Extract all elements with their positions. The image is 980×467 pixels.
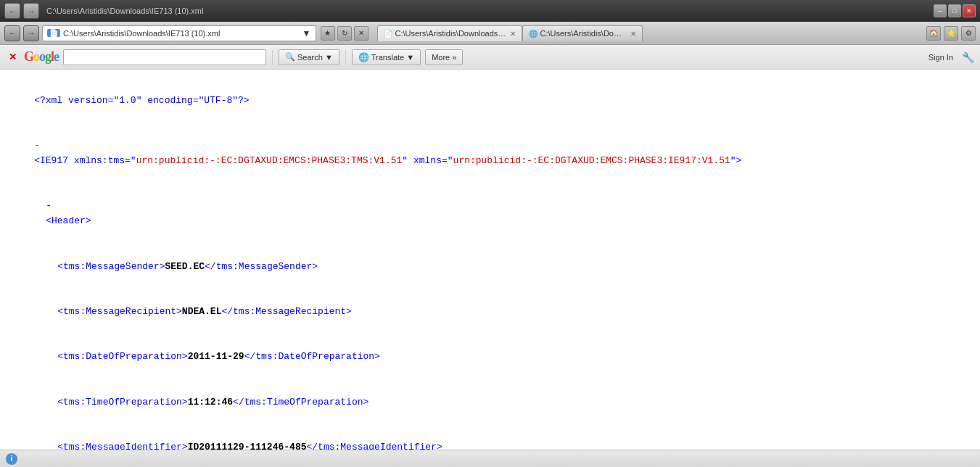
ie917-tms-ns: urn:publicid:-:EC:DGTAXUD:EMCS:PHASE3:TM… <box>136 155 403 166</box>
message-sender: <tms:MessageSender>SEED.EC</tms:MessageS… <box>12 244 968 289</box>
tab-bar: 📄 C:\Users\Aristidis\Downloads\IE713 (10… <box>377 25 657 41</box>
tab-1-label: C:\Users\Aristidis\Downloads\IE713 (10).… <box>395 29 507 38</box>
status-icon: i <box>6 453 17 465</box>
page-icon: 📄 <box>47 29 60 37</box>
back-button[interactable]: ← <box>4 3 20 19</box>
tab-2-label: C:\Users\Aristidis\Downloa... <box>540 29 627 38</box>
refresh-icon[interactable]: ↻ <box>337 26 352 41</box>
title-bar-left: ← → C:\Users\Aristidis\Downloads\IE713 (… <box>4 3 203 19</box>
time-of-preparation: <tms:TimeOfPreparation>11:12:46</tms:Tim… <box>12 380 968 425</box>
toolbar-close-button[interactable]: ✕ <box>6 50 20 64</box>
msg-recip-val: NDEA.EL <box>182 306 222 317</box>
home-icon[interactable]: 🏠 <box>926 26 941 41</box>
top-val: 11:12:46 <box>188 397 233 408</box>
msg-recip-close: </tms:MessageRecipient> <box>221 306 351 317</box>
message-recipient: <tms:MessageRecipient>NDEA.EL</tms:Messa… <box>12 289 968 334</box>
status-bar: i <box>0 450 980 467</box>
search-dropdown-icon: ▼ <box>325 53 333 62</box>
translate-label: Translate <box>371 53 404 62</box>
ie917-tag-open: <IE917 xmlns:tms=" <box>34 155 136 166</box>
tab-icon-2: 🌐 <box>529 30 538 38</box>
forward-button[interactable]: → <box>23 3 39 19</box>
tab-2[interactable]: 🌐 C:\Users\Aristidis\Downloa... ✕ <box>522 25 643 41</box>
ie917-xmlns: " xmlns=" <box>402 155 453 166</box>
search-button[interactable]: 🔍 Search ▼ <box>279 49 339 65</box>
favorites-star-icon[interactable]: ⭐ <box>944 26 958 41</box>
search-divider <box>272 50 273 65</box>
tab-icon-1: 📄 <box>384 30 392 38</box>
forward-nav-button[interactable]: → <box>23 25 39 41</box>
header-tag: <Header> <box>46 215 91 226</box>
top-close: </tms:TimeOfPreparation> <box>233 397 368 408</box>
settings-icon[interactable]: ⚙ <box>961 26 976 41</box>
close-button[interactable]: ✕ <box>963 4 976 17</box>
stop-icon[interactable]: ✕ <box>354 26 368 41</box>
message-identifier: <tms:MessageIdentifier>ID20111129-111246… <box>12 425 968 450</box>
date-of-preparation: <tms:DateOfPreparation>2011-11-29</tms:D… <box>12 335 968 380</box>
msg-sender-open: <tms:MessageSender> <box>57 261 165 272</box>
google-search-input[interactable] <box>63 49 266 65</box>
dop-val: 2011-11-29 <box>188 351 244 362</box>
signin-button[interactable]: Sign In <box>924 53 958 62</box>
msgid-open: <tms:MessageIdentifier> <box>57 442 187 450</box>
search-icon: 🔍 <box>285 52 295 62</box>
restore-button[interactable]: □ <box>948 4 961 17</box>
window-title: C:\Users\Aristidis\Downloads\IE713 (10).… <box>46 7 203 15</box>
ie917-collapse[interactable]: - <box>34 140 40 151</box>
msgid-val: ID20111129-111246-485 <box>188 442 307 450</box>
google-toolbar: ✕ Google 🔍 Search ▼ 🌐 Translate ▼ More »… <box>0 45 980 70</box>
header-open: - <Header> <box>12 184 968 244</box>
top-open: <tms:TimeOfPreparation> <box>57 397 187 408</box>
ie917-ns-val: urn:publicid:-:EC:DGTAXUD:EMCS:PHASE3:IE… <box>453 155 730 166</box>
ie917-tag-close: "> <box>730 155 742 166</box>
dop-close: </tms:DateOfPreparation> <box>244 351 380 362</box>
wrench-icon[interactable]: 🔧 <box>962 51 974 63</box>
tab-2-close[interactable]: ✕ <box>630 30 636 38</box>
nav-icons-right: 🏠 ⭐ ⚙ <box>926 26 976 41</box>
address-icons: ★ ↻ ✕ <box>321 26 368 41</box>
window-controls: ─ □ ✕ <box>934 4 976 17</box>
address-dropdown-icon[interactable]: ▼ <box>302 28 311 38</box>
translate-button[interactable]: 🌐 Translate ▼ <box>352 49 421 65</box>
msg-sender-val: SEED.EC <box>165 261 205 272</box>
tab-1[interactable]: 📄 C:\Users\Aristidis\Downloads\IE713 (10… <box>377 25 522 41</box>
ie917-open: - <IE917 xmlns:tms="urn:publicid:-:EC:DG… <box>12 123 968 183</box>
google-logo: Google <box>24 49 59 65</box>
xml-decl-text: <?xml version="1.0" encoding="UTF-8"?> <box>34 95 249 106</box>
more-button[interactable]: More » <box>425 49 463 65</box>
xml-content-area: <?xml version="1.0" encoding="UTF-8"?> -… <box>0 70 980 450</box>
header-collapse[interactable]: - <box>46 200 52 211</box>
toolbar-divider-2 <box>345 50 346 65</box>
translate-dropdown-icon: ▼ <box>406 53 414 62</box>
address-url: C:\Users\Aristidis\Downloads\IE713 (10).… <box>63 29 220 38</box>
back-nav-button[interactable]: ← <box>4 25 20 41</box>
msgid-close: </tms:MessageIdentifier> <box>306 442 442 450</box>
translate-icon: 🌐 <box>358 52 369 62</box>
search-label: Search <box>297 53 323 62</box>
msg-sender-close: </tms:MessageSender> <box>205 261 318 272</box>
dop-open: <tms:DateOfPreparation> <box>57 351 187 362</box>
xml-declaration: <?xml version="1.0" encoding="UTF-8"?> <box>12 78 968 123</box>
favorites-icon[interactable]: ★ <box>321 26 335 41</box>
minimize-button[interactable]: ─ <box>934 4 947 17</box>
address-bar-area: ← → 📄 C:\Users\Aristidis\Downloads\IE713… <box>0 22 980 45</box>
tab-1-close[interactable]: ✕ <box>510 30 516 38</box>
more-label: More » <box>432 53 456 62</box>
window-chrome: ← → C:\Users\Aristidis\Downloads\IE713 (… <box>0 0 980 22</box>
msg-recip-open: <tms:MessageRecipient> <box>57 306 182 317</box>
address-box[interactable]: 📄 C:\Users\Aristidis\Downloads\IE713 (10… <box>42 25 316 41</box>
